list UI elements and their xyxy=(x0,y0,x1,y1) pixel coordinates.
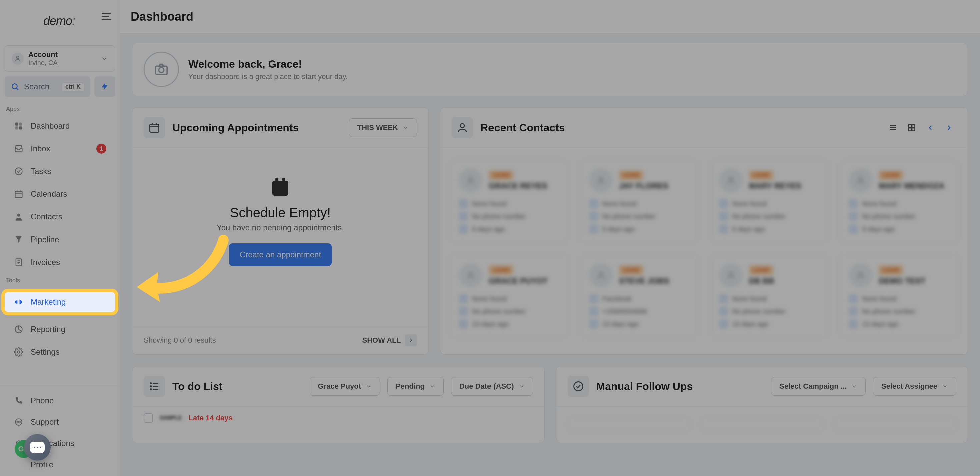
next-page-button[interactable] xyxy=(942,120,956,135)
svg-point-42 xyxy=(729,177,733,180)
followups-campaign-filter[interactable]: Select Campaign ... xyxy=(771,377,865,396)
sidebar-item-label: Settings xyxy=(31,347,60,357)
search-shortcut: ctrl K xyxy=(62,83,84,91)
contact-card[interactable]: LEADSTEVE JOBS Facebook +15005554006 13 … xyxy=(580,254,698,337)
topbar: Dashboard xyxy=(120,0,980,33)
menu-toggle-icon[interactable] xyxy=(102,10,114,22)
contact-card[interactable]: LEADDEMO TEST None found No phone number… xyxy=(840,254,958,337)
todo-late: Late 14 days xyxy=(189,414,233,422)
appointments-filter[interactable]: THIS WEEK xyxy=(349,118,417,137)
svg-rect-31 xyxy=(282,178,285,183)
sidebar-item-dashboard[interactable]: Dashboard xyxy=(5,116,115,136)
contact-card[interactable]: LEADJAY FLORES None found No phone numbe… xyxy=(580,159,698,243)
camera-icon xyxy=(154,62,169,77)
welcome-subtitle: Your dashboard is a great place to start… xyxy=(188,72,348,81)
todo-assignee-filter[interactable]: Grace Puyot xyxy=(310,377,380,396)
pipeline-icon xyxy=(13,234,24,245)
svg-rect-36 xyxy=(908,125,911,127)
welcome-title: Welcome back, Grace! xyxy=(188,58,348,70)
invoices-icon xyxy=(13,257,24,267)
create-appointment-button[interactable]: Create an appointment xyxy=(229,243,332,266)
svg-point-43 xyxy=(859,177,862,180)
todo-status-filter[interactable]: Pending xyxy=(387,377,444,396)
chevron-right-icon xyxy=(405,334,417,346)
search-input[interactable]: Search ctrl K xyxy=(5,76,91,97)
profile-icon xyxy=(13,459,24,470)
reporting-icon xyxy=(13,324,24,334)
quick-action-button[interactable] xyxy=(94,76,115,97)
todo-card: To do List Grace Puyot Pending Due Date … xyxy=(132,366,544,443)
section-apps: Apps xyxy=(0,102,120,115)
dashboard-icon xyxy=(13,121,24,131)
upload-avatar[interactable] xyxy=(144,52,179,87)
contact-card[interactable]: LEADGRACE PUYOT None found No phone numb… xyxy=(450,254,568,337)
main-content: Dashboard Welcome back, Grace! Your dash… xyxy=(120,0,980,476)
svg-point-44 xyxy=(469,272,473,275)
recent-contacts-card: Recent Contacts LEADGRACE REYES None fou… xyxy=(440,107,968,355)
chevron-down-icon xyxy=(101,55,108,62)
svg-rect-30 xyxy=(275,178,278,183)
section-tools: Tools xyxy=(0,274,120,286)
account-switcher[interactable]: Account Irvine, CA xyxy=(5,45,115,72)
contact-card[interactable]: LEADMARY MENDOZA None found No phone num… xyxy=(840,159,958,243)
sidebar-item-label: Pipeline xyxy=(31,235,59,244)
contact-card[interactable]: LEADGRACE REYES None found No phone numb… xyxy=(450,159,568,243)
show-all-button[interactable]: SHOW ALL xyxy=(363,334,417,346)
svg-point-21 xyxy=(17,422,18,422)
svg-rect-39 xyxy=(912,128,915,131)
empty-title: Schedule Empty! xyxy=(230,205,331,220)
account-title: Account xyxy=(29,50,96,59)
chat-widget[interactable] xyxy=(24,434,51,461)
sidebar-item-label: Phone xyxy=(31,396,54,405)
sidebar-item-pipeline[interactable]: Pipeline xyxy=(5,229,115,250)
calendar-empty-icon xyxy=(269,175,293,199)
welcome-card: Welcome back, Grace! Your dashboard is a… xyxy=(132,43,968,96)
todo-sort-filter[interactable]: Due Date (ASC) xyxy=(451,377,533,396)
chevron-down-icon xyxy=(942,383,948,389)
svg-rect-3 xyxy=(15,123,18,126)
todo-checkbox[interactable] xyxy=(144,413,153,423)
support-icon xyxy=(13,417,24,427)
sidebar-item-phone[interactable]: Phone xyxy=(5,391,115,411)
sidebar-item-contacts[interactable]: Contacts xyxy=(5,207,115,227)
svg-point-0 xyxy=(16,56,19,58)
svg-point-7 xyxy=(15,168,22,175)
sidebar-item-label: Tasks xyxy=(31,167,51,176)
sidebar-item-calendars[interactable]: Calendars xyxy=(5,184,115,204)
todo-item[interactable]: SAMPLE Late 14 days xyxy=(132,407,544,429)
contact-card[interactable]: LEADDB BB None found No phone number 13 … xyxy=(710,254,829,337)
svg-point-51 xyxy=(150,383,151,384)
tasks-icon xyxy=(13,166,24,177)
svg-rect-4 xyxy=(19,123,22,126)
svg-rect-25 xyxy=(150,124,159,132)
gear-icon xyxy=(13,347,24,357)
card-title: To do List xyxy=(172,380,302,393)
card-title: Recent Contacts xyxy=(480,122,878,134)
chevron-down-icon xyxy=(403,125,409,131)
view-list-button[interactable] xyxy=(886,120,900,135)
chevron-down-icon xyxy=(430,383,436,389)
sidebar-item-marketing[interactable]: Marketing xyxy=(5,292,115,312)
sidebar-item-inbox[interactable]: Inbox 1 xyxy=(5,139,115,159)
svg-rect-29 xyxy=(272,181,288,196)
prev-page-button[interactable] xyxy=(923,120,938,135)
page-title: Dashboard xyxy=(131,10,193,24)
sidebar-item-settings[interactable]: Settings xyxy=(5,342,115,362)
sidebar-item-tasks[interactable]: Tasks xyxy=(5,161,115,181)
calendar-icon xyxy=(144,117,165,139)
sidebar-item-invoices[interactable]: Invoices xyxy=(5,252,115,272)
todo-name: SAMPLE xyxy=(160,415,182,421)
sidebar-item-label: Inbox xyxy=(31,144,50,153)
sidebar-item-support[interactable]: Support xyxy=(5,412,115,432)
card-title: Upcoming Appointments xyxy=(172,122,342,134)
inbox-icon xyxy=(13,143,24,154)
followups-assignee-filter[interactable]: Select Assignee xyxy=(873,377,956,396)
inbox-badge: 1 xyxy=(96,144,107,154)
svg-point-41 xyxy=(599,177,603,180)
view-grid-button[interactable] xyxy=(904,120,919,135)
svg-rect-5 xyxy=(15,126,18,129)
card-title: Manual Follow Ups xyxy=(596,380,764,393)
results-count: Showing 0 of 0 results xyxy=(144,336,216,345)
sidebar-item-reporting[interactable]: Reporting xyxy=(5,319,115,339)
contact-card[interactable]: LEADMARY REYES None found No phone numbe… xyxy=(710,159,829,243)
